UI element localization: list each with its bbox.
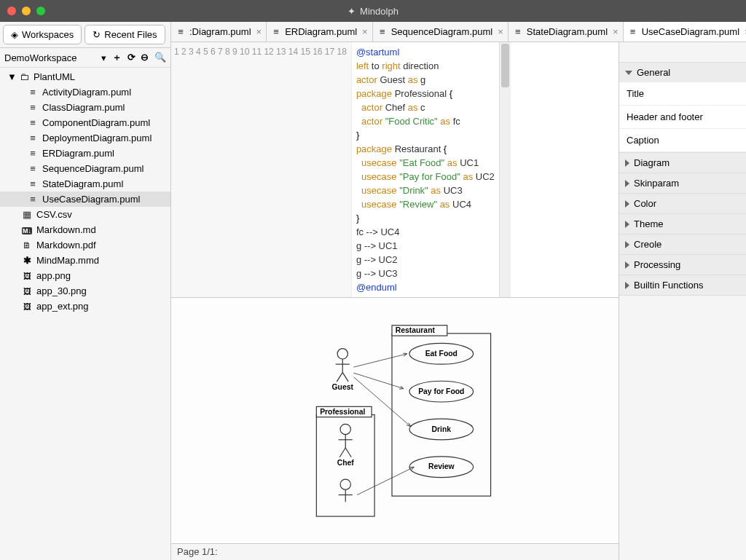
inspector-panel: GeneralTitleHeader and footerCaptionDiag…: [619, 42, 746, 560]
svg-text:Eat Food: Eat Food: [425, 350, 458, 358]
png-icon: [22, 270, 32, 281]
tree-file-statediagram-puml[interactable]: StateDiagram.puml: [0, 176, 170, 192]
collapse-button[interactable]: ⊖: [141, 52, 149, 63]
close-tab-icon[interactable]: ×: [498, 26, 503, 37]
sidebar-tabs: Workspaces Recent Files: [0, 22, 170, 48]
minimize-window[interactable]: [22, 7, 31, 15]
svg-line-14: [337, 372, 342, 382]
close-window[interactable]: [7, 7, 16, 15]
inspector-item-caption[interactable]: Caption: [619, 129, 746, 152]
tree-file-sequencediagram-puml[interactable]: SequenceDiagram.puml: [0, 161, 170, 176]
svg-text:Drink: Drink: [432, 425, 452, 433]
window-controls: [7, 7, 45, 15]
code-content[interactable]: @startuml left to right direction actor …: [352, 42, 499, 297]
tree-file-deploymentdiagram-puml[interactable]: DeploymentDiagram.puml: [0, 130, 170, 146]
diagram-preview[interactable]: Restaurant Eat FoodPay for FoodDrinkRevi…: [171, 298, 619, 543]
svg-point-20: [340, 424, 350, 434]
editor-scrollbar[interactable]: [499, 42, 511, 297]
svg-text:Professional: Professional: [320, 408, 365, 416]
search-button[interactable]: 🔍: [154, 52, 166, 63]
puml-icon: [176, 26, 186, 37]
svg-line-30: [353, 373, 404, 389]
editor-tab-statediagram-puml[interactable]: StateDiagram.puml×: [509, 22, 624, 42]
tree-file-activitydiagram-puml[interactable]: ActivityDiagram.puml: [0, 84, 170, 100]
app-title: ✦ Mindolph: [348, 6, 398, 17]
cube-icon: [11, 29, 18, 40]
inspector-section-color[interactable]: Color: [619, 194, 746, 213]
svg-text:Chef: Chef: [337, 459, 355, 467]
close-tab-icon[interactable]: ×: [362, 26, 368, 37]
tree-file-app_30-png[interactable]: app_30.png: [0, 283, 170, 299]
svg-text:Restaurant: Restaurant: [396, 326, 436, 334]
tree-file-usecasediagram-puml[interactable]: UseCaseDiagram.puml: [0, 192, 170, 207]
sidebar: Workspaces Recent Files DemoWorkspace ▾ …: [0, 22, 171, 560]
inspector-section-general[interactable]: General: [619, 63, 746, 82]
puml-icon: [28, 148, 38, 159]
add-button[interactable]: ＋: [112, 52, 122, 63]
svg-line-32: [357, 467, 414, 494]
tree-file-markdown-pdf[interactable]: Markdown.pdf: [0, 237, 170, 253]
editor-tab-erdiagram-puml[interactable]: ERDiagram.puml×: [267, 22, 373, 42]
svg-line-29: [353, 354, 407, 367]
workspace-name[interactable]: DemoWorkspace: [4, 52, 98, 63]
tab-recent-label: Recent Files: [104, 29, 157, 40]
tree-folder-plantuml[interactable]: ▼PlantUML: [0, 69, 170, 84]
maximize-window[interactable]: [36, 7, 45, 15]
status-bar: Page 1/1:: [171, 543, 619, 560]
inspector-section-builtin-functions[interactable]: Builtin Functions: [619, 275, 746, 295]
inspector-section-processing[interactable]: Processing: [619, 255, 746, 275]
inspector-item-title[interactable]: Title: [619, 82, 746, 106]
csv-icon: [22, 209, 32, 220]
puml-icon: [513, 26, 523, 37]
editor-tab--diagram-puml[interactable]: :Diagram.puml×: [171, 22, 267, 42]
puml-icon: [28, 163, 38, 174]
puml-icon: [28, 194, 38, 205]
editor-tab-usecasediagram-puml[interactable]: UseCaseDiagram.puml×: [624, 22, 746, 42]
tree-file-componentdiagram-puml[interactable]: ComponentDiagram.puml: [0, 115, 170, 130]
content-area: :Diagram.puml×ERDiagram.puml×SequenceDia…: [171, 22, 746, 560]
tree-file-app_ext-png[interactable]: app_ext.png: [0, 299, 170, 314]
puml-icon: [628, 26, 638, 37]
refresh-button[interactable]: ⟳: [127, 52, 136, 63]
app-icon: ✦: [348, 6, 356, 17]
inspector-section-diagram[interactable]: Diagram: [619, 153, 746, 173]
page-indicator: Page 1/1:: [177, 546, 218, 557]
workspace-dropdown-icon[interactable]: ▾: [101, 52, 106, 63]
puml-icon: [28, 133, 38, 143]
editor-tab-sequencediagram-puml[interactable]: SequenceDiagram.puml×: [373, 22, 509, 42]
close-tab-icon[interactable]: ×: [613, 26, 619, 37]
chevron-right-icon: [625, 159, 629, 167]
svg-text:Pay for Food: Pay for Food: [418, 387, 464, 395]
png-icon: [22, 285, 32, 296]
inspector-item-header-and-footer[interactable]: Header and footer: [619, 106, 746, 129]
svg-point-11: [337, 349, 348, 359]
tab-recent-files[interactable]: Recent Files: [85, 25, 165, 44]
tree-file-classdiagram-puml[interactable]: ClassDiagram.puml: [0, 100, 170, 115]
tree-file-erdiagram-puml[interactable]: ERDiagram.puml: [0, 146, 170, 161]
workspace-selector-row: DemoWorkspace ▾ ＋ ⟳ ⊖ 🔍: [0, 48, 170, 68]
pdf-icon: [22, 240, 32, 251]
svg-point-26: [340, 479, 350, 489]
titlebar: ✦ Mindolph: [0, 0, 746, 22]
file-tree: ▼PlantUMLActivityDiagram.pumlClassDiagra…: [0, 68, 170, 560]
folder-icon: [19, 71, 29, 82]
preview-svg: Restaurant Eat FoodPay for FoodDrinkRevi…: [171, 298, 619, 543]
app-title-text: Mindolph: [360, 6, 398, 17]
inspector-section-theme[interactable]: Theme: [619, 214, 746, 234]
clock-icon: [93, 29, 101, 40]
tree-file-mindmap-mmd[interactable]: MindMap.mmd: [0, 253, 170, 268]
mm-icon: [22, 255, 32, 266]
tab-workspaces-label: Workspaces: [22, 29, 74, 40]
chevron-right-icon: [625, 200, 629, 208]
code-editor[interactable]: 1 2 3 4 5 6 7 8 9 10 11 12 13 14 15 16 1…: [171, 42, 619, 298]
puml-icon: [28, 87, 38, 98]
png-icon: [22, 301, 32, 312]
chevron-down-icon: [625, 71, 632, 75]
inspector-section-skinparam[interactable]: Skinparam: [619, 173, 746, 193]
tree-file-markdown-md[interactable]: Markdown.md: [0, 222, 170, 237]
inspector-section-creole[interactable]: Creole: [619, 234, 746, 254]
close-tab-icon[interactable]: ×: [256, 26, 262, 37]
tree-file-app-png[interactable]: app.png: [0, 268, 170, 283]
tab-workspaces[interactable]: Workspaces: [3, 25, 82, 44]
tree-file-csv-csv[interactable]: CSV.csv: [0, 207, 170, 222]
